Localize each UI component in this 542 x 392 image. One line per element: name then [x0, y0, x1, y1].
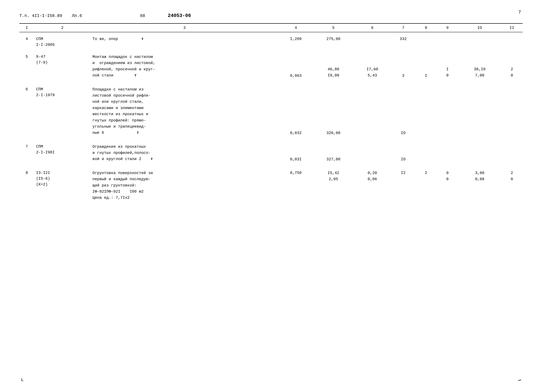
corner-top-right: 7	[518, 10, 521, 15]
main-table: I 2 3 4 5 6 7 8 9 IO II 4 СПМ 2-I-2005	[19, 23, 523, 202]
row-4-col9	[437, 32, 458, 49]
row-5-col6: I7,605,43	[354, 52, 391, 80]
row-8-col5: I5,422,05	[313, 168, 353, 202]
row-6-ref: СПМ 2-I-1979	[34, 85, 90, 137]
col-header-3: 3	[91, 24, 278, 32]
row-4-col7: 332	[391, 32, 415, 49]
row-4-col10	[458, 32, 501, 49]
sheet-label: Лл.6	[72, 13, 82, 18]
corner-bottom-left: L	[21, 377, 24, 382]
page: 7 L ↵ Т.п. 4II-I-I58.89 Лл.6 68 24053-06	[0, 0, 542, 392]
col-header-7: 7	[391, 24, 415, 32]
row-7-col4: 0,03I	[278, 142, 313, 164]
row-7-col11	[501, 142, 523, 164]
row-7-col9	[437, 142, 458, 164]
row-5-col9: I0	[437, 52, 458, 80]
row-6-col9	[437, 85, 458, 137]
row-4-col4: I,209	[278, 32, 313, 49]
row-5-num: 5	[19, 52, 34, 80]
row-6-col7: IO	[391, 85, 415, 137]
row-5-ref: 9-47 (7-9)	[34, 52, 90, 80]
row-7-col5: 327,00	[313, 142, 353, 164]
col-header-2: 2	[34, 24, 90, 32]
row-4-col11	[501, 32, 523, 49]
doc-ref: Т.п. 4II-I-I58.89	[19, 13, 62, 18]
row-8-ref: I3-I2I (I5-6) (К=2)	[34, 168, 90, 202]
row-7-num: 7	[19, 142, 34, 164]
row-7-col6	[354, 142, 391, 164]
table-row: 4 СПМ 2-I-2005 То же, опор т I,209 275,0…	[19, 32, 523, 49]
row-4-col5: 275,00	[313, 32, 353, 49]
row-6-col11	[501, 85, 523, 137]
row-5-col11: 20	[501, 52, 523, 80]
row-6-col4: 0,032	[278, 85, 313, 137]
row-6-num: 6	[19, 85, 34, 137]
doc-code: 24053-06	[168, 13, 191, 18]
row-5-desc: Монтаж площадок с настиломи ограждением …	[91, 52, 278, 80]
col-header-8: 8	[415, 24, 437, 32]
table-row: 8 I3-I2I (I5-6) (К=2) Огрунтовка поверхн…	[19, 168, 523, 202]
col-header-6: 6	[354, 24, 391, 32]
row-7-col10	[458, 142, 501, 164]
row-4-col6	[354, 32, 391, 49]
corner-bottom-right: ↵	[518, 377, 521, 382]
col-header-10: IO	[458, 24, 501, 32]
col-header-4: 4	[278, 24, 313, 32]
row-6-desc: Площадки с настилом излистовой просечной…	[91, 85, 278, 137]
row-5-col7: 3	[391, 52, 415, 80]
row-5-col10: 30,I07,00	[458, 52, 501, 80]
row-4-num: 4	[19, 32, 34, 49]
page-header: Т.п. 4II-I-I58.89 Лл.6 68 24053-06	[19, 13, 523, 18]
page-number: 68	[140, 13, 145, 18]
row-8-num: 8	[19, 168, 34, 202]
row-8-col4: 0,750	[278, 168, 313, 202]
row-4-ref: СПМ 2-I-2005	[34, 32, 90, 49]
row-6-col10	[458, 85, 501, 137]
row-7-desc: Ограждения из прокатныхи гнутых профилей…	[91, 142, 278, 164]
row-5-col8: I	[415, 52, 437, 80]
row-4-col8	[415, 32, 437, 49]
row-6-col5: 326,00	[313, 85, 353, 137]
col-header-9: 9	[437, 24, 458, 32]
row-7-col7: IO	[391, 142, 415, 164]
row-6-col6	[354, 85, 391, 137]
row-5-col4: 0,063	[278, 52, 313, 80]
row-8-col10: 3,000,08	[458, 168, 501, 202]
row-8-desc: Огрунтовка поверхностей запервый и кажды…	[91, 168, 278, 202]
table-row: 6 СПМ 2-I-1979 Площадки с настилом излис…	[19, 85, 523, 137]
row-8-col6: 0,200,06	[354, 168, 391, 202]
col-header-1: I	[19, 24, 34, 32]
row-8-col8: 2	[415, 168, 437, 202]
row-8-col9: 00	[437, 168, 458, 202]
column-header-row: I 2 3 4 5 6 7 8 9 IO II	[19, 24, 523, 32]
row-6-col8	[415, 85, 437, 137]
table-row: 7 СПМ 2-I-I98I Ограждения из прокатныхи …	[19, 142, 523, 164]
col-header-11: II	[501, 24, 523, 32]
row-7-col8	[415, 142, 437, 164]
row-8-col11: 20	[501, 168, 523, 202]
row-7-ref: СПМ 2-I-I98I	[34, 142, 90, 164]
table-row: 5 9-47 (7-9) Монтаж площадок с настиломи…	[19, 52, 523, 80]
row-4-desc: То же, опор т	[91, 32, 278, 49]
row-8-col7: I2	[391, 168, 415, 202]
row-5-col5: 46,80I9,00	[313, 52, 353, 80]
col-header-5: 5	[313, 24, 353, 32]
